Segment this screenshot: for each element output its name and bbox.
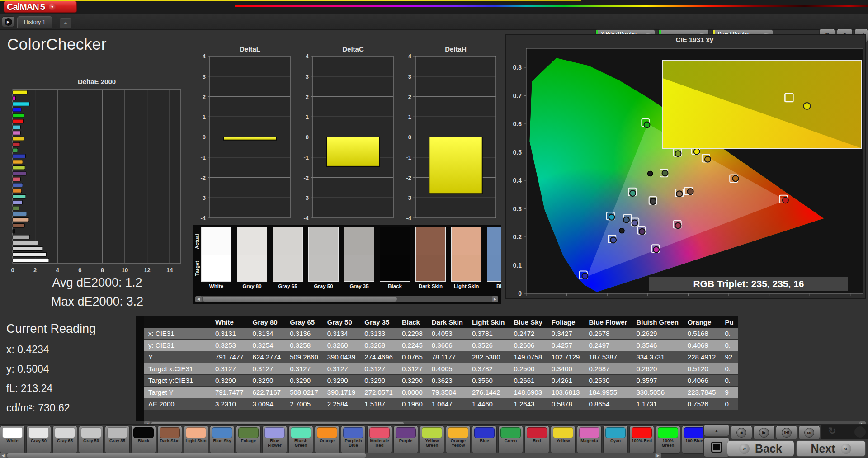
svg-text:3: 3 [408,73,411,80]
pattern-swatch-button[interactable]: Dark Skin [157,425,182,454]
table-cell: 2.7005 [285,398,323,410]
scroll-right-icon[interactable]: ▶ [655,453,661,458]
stop-button[interactable]: ■ [731,425,752,439]
svg-text:2: 2 [306,94,309,100]
swatch-color [264,427,285,438]
interval-button[interactable]: [H] [776,425,797,439]
pattern-swatch-button[interactable]: Orange [315,425,340,454]
pattern-swatch-button[interactable]: Magenta [577,425,602,454]
table-cell: 274.4696 [360,351,397,363]
swatch-label: 100% Red [630,439,654,443]
table-cell: 9 [720,387,738,398]
pattern-swatch-button[interactable]: Yellow [551,425,576,454]
tab-nav-button[interactable]: ▶ [2,16,14,27]
target-color [380,255,410,281]
pattern-swatch-button[interactable]: Gray 65 [52,425,77,454]
pattern-up-button[interactable]: ▲ [703,425,730,436]
pattern-swatch-button[interactable]: Cyan [603,425,628,454]
top-yellow-line [0,0,581,1]
pattern-swatch-button[interactable]: Gray 80 [26,425,51,454]
svg-text:2: 2 [33,267,37,274]
column-header: Blue Sky [509,316,547,328]
svg-text:-2: -2 [303,175,309,181]
pattern-swatch-button[interactable]: Blue Sky [210,425,235,454]
pattern-swatch-button[interactable]: Gray 35 [105,425,130,454]
table-cell: 0. [720,328,738,340]
swatch-color [238,427,259,438]
table-cell: 0.3127 [285,363,323,375]
column-header: Black [397,316,427,328]
row-label: ΔE 2000 [144,398,211,410]
compare-swatch: White [201,227,231,289]
loop-button[interactable]: ∞ [798,425,820,439]
swatch-color [212,427,232,438]
pattern-swatch-button[interactable]: Red [524,425,549,454]
pattern-swatch-button[interactable]: White [0,425,25,454]
swatch-label: Purplish Blue [341,439,365,448]
svg-text:-3: -3 [303,194,309,201]
play-arrow-icon: ▶ [5,18,12,26]
pattern-swatch-button[interactable]: Gray 50 [79,425,104,454]
back-button[interactable]: « Back [727,440,794,457]
svg-text:DeltaE 2000: DeltaE 2000 [78,78,116,85]
pattern-swatch-button[interactable]: Light Skin [184,425,208,454]
svg-text:-2: -2 [200,175,206,181]
pattern-swatch-button[interactable]: Bluish Green [288,425,313,454]
add-tab-button[interactable]: + [60,18,71,28]
table-cell: 3.0094 [248,398,286,410]
swatch-color [605,427,626,438]
table-cell: 276.1442 [467,387,509,398]
pattern-swatch-button[interactable]: 100 Blue [682,425,703,454]
pattern-swatch-button[interactable]: Purplish Blue [341,425,366,454]
compare-scrollbar[interactable]: ◀ ▶ [195,296,498,302]
table-cell: 0.4066 [683,375,721,387]
swatch-color [81,427,101,438]
scrollbar-thumb[interactable] [7,453,366,458]
scroll-right-icon[interactable]: ▶ [492,296,498,302]
next-button[interactable]: Next » [796,440,866,457]
actual-target-strip: Actual Target WhiteGray 80Gray 65Gray 50… [193,225,501,304]
play-button[interactable]: ▶ [753,425,775,439]
pattern-swatch-button[interactable]: Moderate Red [367,425,392,454]
scrollbar-thumb[interactable] [203,297,397,302]
pattern-swatch-button[interactable]: Black [131,425,156,454]
cie-1931-panel: CIE 1931 xy 00.10.20.30.40.50.60.70.800.… [505,34,866,299]
table-cell: 149.0758 [509,351,547,363]
reading-cdm2: cd/m²: 730.62 [6,402,70,414]
window-pattern-icon [711,442,722,453]
pattern-swatch-button[interactable]: Green [498,425,523,454]
pattern-swatch-button[interactable]: Purple [393,425,418,454]
svg-text:0.6: 0.6 [765,297,774,298]
pattern-swatch-button[interactable]: 100% Red [629,425,654,454]
pattern-window-button[interactable] [703,437,730,457]
pattern-swatch-button[interactable]: Blue [472,425,497,454]
table-row-gutter [136,316,144,421]
table-cell: 0.3268 [360,340,397,351]
target-color [309,255,338,281]
pattern-swatch-button[interactable]: Yellow Green [420,425,444,454]
table-cell: 0.2472 [509,328,547,340]
swatch-color [133,427,154,438]
pattern-swatch-button[interactable]: Blue Flower [262,425,287,454]
swatch-label: Dark Skin [415,283,446,289]
pattern-scrollbar[interactable]: ◀ ▶ [0,453,661,458]
tab-history-1[interactable]: History 1 [17,16,52,28]
pattern-swatch-button[interactable]: 100% Green [656,425,680,454]
swatch-color [186,427,206,438]
table-cell: 0.3560 [467,375,509,387]
table-row: Target Y791.7477622.7167508.0217390.1719… [144,387,738,398]
scroll-left-icon[interactable]: ◀ [195,296,202,302]
swatch-color [632,427,652,438]
svg-text:0.3: 0.3 [513,205,522,212]
calman-logo-menu[interactable]: CalMAN 5 ▼ [4,1,77,13]
swatch-label: Yellow Green [420,439,444,448]
table-cell: 0.0000 [397,387,427,398]
scroll-left-icon[interactable]: ◀ [0,453,6,458]
pattern-swatch-button[interactable]: Orange Yellow [446,425,471,454]
table-cell: 622.7167 [248,387,286,398]
table-cell: 390.1719 [323,387,360,398]
next-label: Next [811,442,835,455]
target-color [344,255,374,281]
cie-1931-chart: CIE 1931 xy 00.10.20.30.40.50.60.70.800.… [506,35,865,298]
pattern-swatch-button[interactable]: Foliage [236,425,261,454]
